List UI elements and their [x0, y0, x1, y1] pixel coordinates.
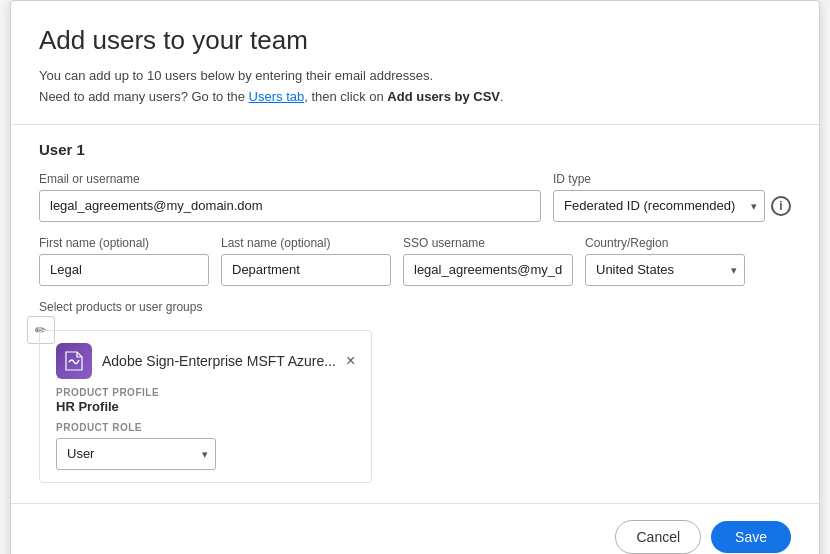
role-select-wrapper: User Admin Developer ▾ — [56, 438, 216, 470]
desc-line1: You can add up to 10 users below by ente… — [39, 68, 433, 83]
sso-group: SSO username — [403, 236, 573, 286]
product-card: Adobe Sign-Enterprise MSFT Azure... × PR… — [39, 330, 372, 483]
desc-bold: Add users by CSV — [387, 89, 500, 104]
product-profile-value: HR Profile — [56, 399, 355, 414]
id-type-label: ID type — [553, 172, 791, 186]
country-select[interactable]: United States Canada United Kingdom Germ… — [585, 254, 745, 286]
first-name-group: First name (optional) — [39, 236, 209, 286]
email-input[interactable] — [39, 190, 541, 222]
dialog-title: Add users to your team — [39, 25, 791, 56]
products-section: Select products or user groups ✏ Adobe S… — [39, 300, 791, 483]
info-icon[interactable]: i — [771, 196, 791, 216]
adobe-sign-icon — [63, 350, 85, 372]
sso-input[interactable] — [403, 254, 573, 286]
dialog-footer: Cancel Save — [39, 520, 791, 554]
first-name-label: First name (optional) — [39, 236, 209, 250]
last-name-group: Last name (optional) — [221, 236, 391, 286]
sso-label: SSO username — [403, 236, 573, 250]
first-name-input[interactable] — [39, 254, 209, 286]
role-select[interactable]: User Admin Developer — [56, 438, 216, 470]
dialog-description: You can add up to 10 users below by ente… — [39, 66, 791, 108]
last-name-label: Last name (optional) — [221, 236, 391, 250]
cancel-button[interactable]: Cancel — [615, 520, 701, 554]
row-email-idtype: Email or username ID type Adobe ID Enter… — [39, 172, 791, 222]
email-label: Email or username — [39, 172, 541, 186]
top-divider — [11, 124, 819, 125]
product-close-button[interactable]: × — [346, 353, 355, 369]
country-select-wrapper: United States Canada United Kingdom Germ… — [585, 254, 745, 286]
product-role-label: PRODUCT ROLE — [56, 422, 355, 433]
role-select-area: User Admin Developer ▾ — [56, 438, 355, 470]
footer-divider — [11, 503, 819, 504]
id-type-select[interactable]: Adobe ID Enterprise ID Federated ID (rec… — [553, 190, 765, 222]
desc-line2-end: . — [500, 89, 504, 104]
desc-line2-prefix: Need to add many users? Go to the — [39, 89, 249, 104]
id-type-with-info: Adobe ID Enterprise ID Federated ID (rec… — [553, 190, 791, 222]
add-users-dialog: Add users to your team You can add up to… — [10, 0, 820, 554]
product-icon — [56, 343, 92, 379]
user1-section-title: User 1 — [39, 141, 791, 158]
row-names-sso-country: First name (optional) Last name (optiona… — [39, 236, 791, 286]
id-type-select-wrapper: Adobe ID Enterprise ID Federated ID (rec… — [553, 190, 765, 222]
save-button[interactable]: Save — [711, 521, 791, 553]
country-label: Country/Region — [585, 236, 745, 250]
last-name-input[interactable] — [221, 254, 391, 286]
email-group: Email or username — [39, 172, 541, 222]
products-label: Select products or user groups — [39, 300, 791, 314]
country-group: Country/Region United States Canada Unit… — [585, 236, 745, 286]
users-tab-link[interactable]: Users tab — [249, 89, 305, 104]
product-header: Adobe Sign-Enterprise MSFT Azure... × — [56, 343, 355, 379]
id-type-group: ID type Adobe ID Enterprise ID Federated… — [553, 172, 791, 222]
product-profile-label: PRODUCT PROFILE — [56, 387, 355, 398]
desc-line2-suffix: , then click on — [304, 89, 387, 104]
product-name: Adobe Sign-Enterprise MSFT Azure... — [102, 353, 336, 369]
